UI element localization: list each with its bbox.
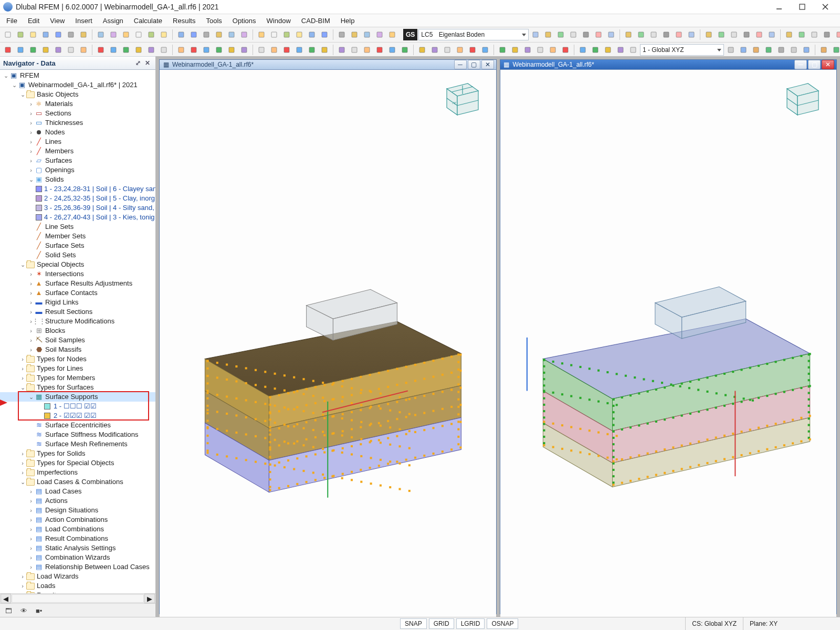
toolbar-btn[interactable]	[821, 29, 833, 40]
tree-item[interactable]: ╱Surface Sets	[0, 241, 155, 250]
tree-item[interactable]: ›▤Load Cases	[0, 487, 155, 496]
tab-display-icon[interactable]: ■•	[36, 607, 42, 615]
toolbar-btn[interactable]	[65, 29, 77, 40]
toolbar-btn[interactable]	[52, 44, 64, 56]
toolbar-btn[interactable]	[590, 44, 601, 56]
tree-item[interactable]: ›⬣Soil Massifs	[0, 345, 155, 354]
toolbar-btn[interactable]	[593, 29, 604, 40]
toolbar-btn[interactable]	[319, 44, 330, 56]
tree-item[interactable]: ›▢Openings	[0, 165, 155, 175]
view-cube-right[interactable]	[776, 79, 823, 120]
toolbar-btn[interactable]	[808, 29, 820, 40]
toolbar-btn[interactable]	[2, 44, 14, 56]
view-cube-left[interactable]: -Y	[436, 79, 482, 120]
toolbar-btn[interactable]	[40, 44, 51, 56]
toolbar-btn[interactable]	[145, 44, 157, 56]
toolbar-btn[interactable]	[361, 29, 373, 40]
toolbar-btn[interactable]	[213, 29, 225, 40]
menu-edit[interactable]: Edit	[24, 16, 44, 26]
toolbar-btn[interactable]	[120, 44, 132, 56]
tree-item[interactable]: ›▤Design Situations	[0, 506, 155, 515]
maximize-button[interactable]	[791, 0, 814, 14]
navigator-tree[interactable]: ⌄▣RFEM⌄▣Webinarmodell_GA-1_all.rf6* | 20…	[0, 70, 155, 593]
toolbar-btn[interactable]	[522, 44, 533, 56]
menu-insert[interactable]: Insert	[71, 16, 97, 26]
toolbar-btn[interactable]	[108, 44, 119, 56]
toolbar-btn[interactable]	[95, 29, 107, 40]
tree-item[interactable]: ›Load Wizards	[0, 572, 155, 581]
toolbar-btn[interactable]	[479, 44, 491, 56]
tree-item[interactable]: ≋Surface Mesh Refinements	[0, 439, 155, 449]
tree-item[interactable]: ╱Line Sets	[0, 222, 155, 232]
toolbar-btn[interactable]	[133, 44, 144, 56]
toolbar-btn[interactable]	[635, 29, 647, 40]
tree-item[interactable]: 2 - ☑☑☑ ☑☑	[0, 411, 155, 421]
toolbar-btn[interactable]	[188, 29, 200, 40]
toolbar-btn[interactable]	[703, 29, 715, 40]
tree-basic-objects[interactable]: ⌄Basic Objects	[0, 90, 155, 99]
menu-view[interactable]: View	[46, 16, 69, 26]
toolbar-btn[interactable]	[547, 44, 559, 56]
tree-surface-supports[interactable]: ⌄▦Surface Supports	[0, 392, 155, 402]
doc-min-right[interactable]: ─	[794, 60, 807, 69]
toolbar-btn[interactable]	[306, 29, 318, 40]
pin-icon[interactable]: ⤢	[133, 59, 143, 67]
tree-item[interactable]: ›▤Actions	[0, 496, 155, 506]
toolbar-btn[interactable]	[361, 44, 373, 56]
toolbar-btn[interactable]	[27, 44, 39, 56]
tree-item[interactable]: ›▲Surface Results Adjustments	[0, 279, 155, 288]
tree-item[interactable]: ›Nodes	[0, 128, 155, 137]
snap-toggle[interactable]: SNAP	[400, 618, 427, 629]
toolbar-btn[interactable]	[78, 44, 89, 56]
toolbar-btn[interactable]	[467, 44, 478, 56]
toolbar-btn[interactable]	[454, 44, 466, 56]
tree-item[interactable]: ›Types for Nodes	[0, 354, 155, 364]
doc-max-left[interactable]: ▢	[468, 60, 480, 69]
menu-window[interactable]: Window	[262, 16, 295, 26]
toolbar-btn[interactable]	[145, 29, 157, 40]
toolbar-btn[interactable]	[725, 44, 737, 56]
tree-item[interactable]: ›✶Intersections	[0, 269, 155, 279]
toolbar-btn[interactable]	[226, 29, 237, 40]
toolbar-btn[interactable]	[386, 44, 398, 56]
toolbar-btn[interactable]	[201, 44, 212, 56]
toolbar-btn[interactable]	[605, 29, 617, 40]
doc-close-right[interactable]: ✕	[822, 60, 834, 69]
toolbar-btn[interactable]	[226, 44, 237, 56]
toolbar-btn[interactable]	[336, 29, 348, 40]
toolbar-btn[interactable]	[429, 44, 440, 56]
toolbar-btn[interactable]	[238, 44, 250, 56]
toolbar-btn[interactable]	[238, 29, 250, 40]
toolbar-btn[interactable]	[374, 29, 385, 40]
toolbar-btn[interactable]	[268, 29, 280, 40]
toolbar-btn[interactable]	[336, 44, 348, 56]
toolbar-btn[interactable]	[766, 29, 778, 40]
loadcase-combo[interactable]: LC5 Eigenlast Boden	[418, 29, 529, 40]
tree-item[interactable]: ›▭Sections	[0, 109, 155, 118]
toolbar-btn[interactable]	[268, 44, 280, 56]
tree-item[interactable]: ›▤Static Analysis Settings	[0, 543, 155, 553]
toolbar-btn[interactable]	[15, 44, 26, 56]
toolbar-btn[interactable]	[788, 44, 800, 56]
tree-project[interactable]: ⌄▣Webinarmodell_GA-1_all.rf6* | 2021	[0, 80, 155, 90]
tree-item[interactable]: ≋Surface Eccentricities	[0, 421, 155, 430]
tree-item[interactable]: ›▤Load Combinations	[0, 524, 155, 534]
tree-scrollbar[interactable]: ◀▶	[0, 593, 155, 603]
toolbar-btn[interactable]	[133, 29, 144, 40]
toolbar-btn[interactable]	[158, 44, 170, 56]
toolbar-btn[interactable]	[2, 29, 14, 40]
tree-item[interactable]: ›⛏Soil Samples	[0, 335, 155, 345]
toolbar-btn[interactable]	[831, 44, 840, 56]
model-view-right[interactable]: ▦ Webinarmodell_GA-1_all.rf6* ─ ▢ ✕	[500, 59, 837, 614]
toolbar-btn[interactable]	[349, 29, 360, 40]
toolbar-btn[interactable]	[534, 44, 546, 56]
toolbar-btn[interactable]	[65, 44, 77, 56]
tree-item[interactable]: ≋Surface Stiffness Modifications	[0, 430, 155, 439]
menu-results[interactable]: Results	[169, 16, 200, 26]
tree-item[interactable]: ›▤Relationship Between Load Cases	[0, 562, 155, 572]
menu-assign[interactable]: Assign	[99, 16, 128, 26]
toolbar-btn[interactable]	[818, 44, 830, 56]
toolbar-btn[interactable]	[188, 44, 200, 56]
menu-calculate[interactable]: Calculate	[130, 16, 166, 26]
tree-item[interactable]: 2 - 24,25,32-35 | Soil | 5 - Clay, inorg	[0, 194, 155, 203]
